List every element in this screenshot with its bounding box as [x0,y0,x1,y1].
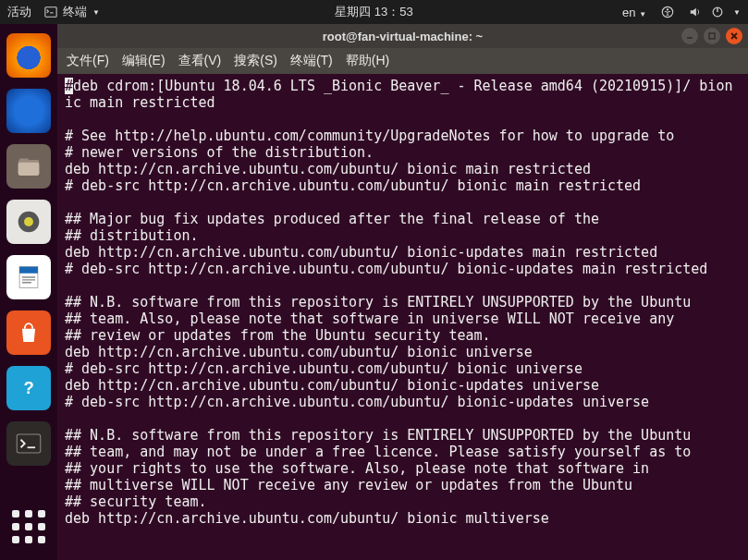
shopping-bag-icon [13,317,44,348]
svg-rect-10 [19,267,38,274]
activities-button[interactable]: 活动 [7,4,31,20]
volume-icon [689,6,702,18]
power-icon [711,6,724,18]
dock: ? [0,24,57,560]
clock[interactable]: 星期四 13：53 [335,4,413,20]
help-icon: ? [13,372,44,404]
show-applications-button[interactable] [6,505,51,549]
document-icon [13,262,44,293]
input-source-indicator[interactable]: en ▼ [622,6,646,19]
svg-rect-13 [17,434,41,453]
dock-thunderbird[interactable] [6,89,51,133]
menu-file[interactable]: 文件(F) [67,53,109,69]
terminal-content: deb cdrom:[Ubuntu 18.04.6 LTS _Bionic Be… [65,78,732,527]
svg-point-2 [667,8,668,10]
dock-software[interactable] [6,310,51,355]
dock-writer[interactable] [6,255,51,299]
svg-text:?: ? [23,378,33,397]
accessibility-icon[interactable] [661,6,674,18]
app-indicator-label: 终端 [63,4,87,20]
terminal-viewport[interactable]: #deb cdrom:[Ubuntu 18.04.6 LTS _Bionic B… [57,74,748,560]
menu-search[interactable]: 搜索(S) [234,53,277,69]
dock-help[interactable]: ? [6,366,51,410]
terminal-cursor: # [65,78,73,94]
minimize-button[interactable] [681,28,698,44]
chevron-down-icon: ▼ [92,8,100,17]
close-button[interactable] [726,28,742,44]
files-icon [13,151,44,182]
svg-rect-6 [18,163,40,176]
terminal-window: root@fan-virtual-machine: ~ 文件(F) 编辑(E) … [57,24,748,560]
menu-help[interactable]: 帮助(H) [346,53,389,69]
chevron-down-icon: ▼ [639,10,646,18]
menu-view[interactable]: 查看(V) [178,53,222,69]
svg-point-8 [24,217,33,226]
svg-rect-14 [709,33,715,39]
svg-rect-0 [45,7,56,18]
terminal-icon [44,6,57,18]
terminal-icon [13,428,44,459]
speaker-icon [13,206,44,237]
svg-rect-5 [19,159,29,163]
terminal-menubar: 文件(F) 编辑(E) 查看(V) 搜索(S) 终端(T) 帮助(H) [57,48,748,74]
gnome-topbar: 活动 终端 ▼ 星期四 13：53 en ▼ ▼ [0,0,748,24]
dock-files[interactable] [6,144,51,189]
maximize-button[interactable] [704,28,720,44]
dock-rhythmbox[interactable] [6,200,51,244]
window-titlebar[interactable]: root@fan-virtual-machine: ~ [57,24,748,48]
window-title: root@fan-virtual-machine: ~ [323,30,483,43]
app-indicator[interactable]: 终端 ▼ [44,4,100,20]
dock-terminal[interactable] [6,421,51,466]
menu-edit[interactable]: 编辑(E) [122,53,166,69]
system-menu[interactable]: ▼ [689,6,741,18]
menu-terminal[interactable]: 终端(T) [290,53,333,69]
chevron-down-icon: ▼ [733,8,741,17]
dock-firefox[interactable] [6,33,51,78]
